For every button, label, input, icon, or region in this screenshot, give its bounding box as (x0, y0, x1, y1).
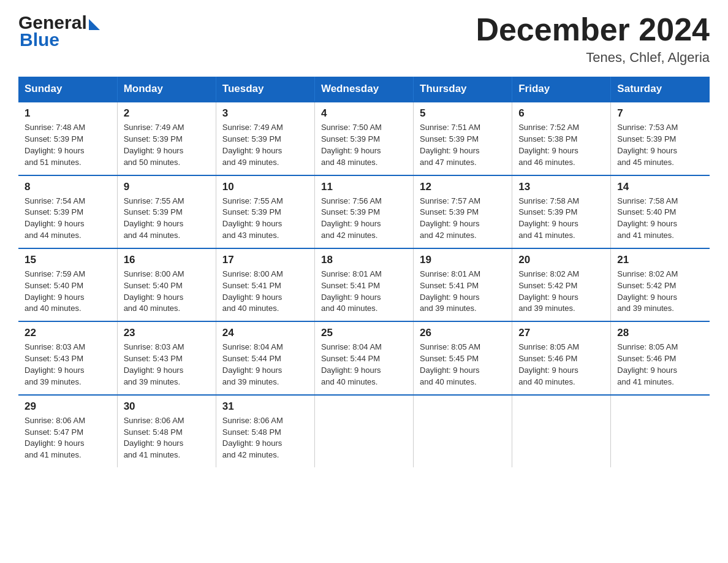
calendar-cell: 29Sunrise: 8:06 AMSunset: 5:47 PMDayligh… (18, 395, 117, 467)
day-number: 2 (124, 107, 210, 120)
day-info: Sunrise: 8:03 AMSunset: 5:43 PMDaylight:… (25, 342, 111, 388)
day-number: 30 (124, 400, 210, 413)
calendar-cell: 10Sunrise: 7:55 AMSunset: 5:39 PMDayligh… (216, 175, 314, 248)
day-info: Sunrise: 8:05 AMSunset: 5:45 PMDaylight:… (420, 342, 506, 388)
calendar-cell: 1Sunrise: 7:48 AMSunset: 5:39 PMDaylight… (18, 102, 117, 175)
day-info: Sunrise: 8:06 AMSunset: 5:48 PMDaylight:… (222, 415, 308, 461)
col-saturday: Saturday (611, 77, 710, 102)
day-info: Sunrise: 7:49 AMSunset: 5:39 PMDaylight:… (124, 122, 210, 168)
col-thursday: Thursday (414, 77, 512, 102)
col-friday: Friday (512, 77, 611, 102)
day-info: Sunrise: 7:55 AMSunset: 5:39 PMDaylight:… (124, 196, 210, 242)
day-info: Sunrise: 8:04 AMSunset: 5:44 PMDaylight:… (222, 342, 308, 388)
day-info: Sunrise: 8:02 AMSunset: 5:42 PMDaylight:… (617, 269, 703, 315)
calendar-header-row: Sunday Monday Tuesday Wednesday Thursday… (18, 77, 710, 102)
day-info: Sunrise: 7:53 AMSunset: 5:39 PMDaylight:… (617, 122, 703, 168)
logo-blue-text: Blue (18, 29, 100, 50)
calendar-cell: 3Sunrise: 7:49 AMSunset: 5:39 PMDaylight… (216, 102, 314, 175)
day-info: Sunrise: 7:51 AMSunset: 5:39 PMDaylight:… (420, 122, 506, 168)
day-number: 21 (617, 254, 703, 266)
day-info: Sunrise: 7:50 AMSunset: 5:39 PMDaylight:… (321, 122, 407, 168)
day-info: Sunrise: 8:00 AMSunset: 5:41 PMDaylight:… (222, 269, 308, 315)
day-number: 14 (617, 181, 703, 193)
day-info: Sunrise: 8:03 AMSunset: 5:43 PMDaylight:… (124, 342, 210, 388)
day-number: 12 (420, 181, 506, 193)
calendar-cell: 2Sunrise: 7:49 AMSunset: 5:39 PMDaylight… (117, 102, 216, 175)
day-info: Sunrise: 8:05 AMSunset: 5:46 PMDaylight:… (617, 342, 703, 388)
day-number: 10 (222, 181, 308, 193)
day-number: 9 (124, 181, 210, 193)
calendar-cell (611, 395, 710, 467)
day-number: 22 (25, 327, 111, 339)
day-number: 31 (222, 400, 308, 413)
day-number: 26 (420, 327, 506, 339)
calendar-cell: 18Sunrise: 8:01 AMSunset: 5:41 PMDayligh… (314, 248, 413, 321)
calendar-cell: 26Sunrise: 8:05 AMSunset: 5:45 PMDayligh… (414, 321, 512, 394)
day-info: Sunrise: 7:59 AMSunset: 5:40 PMDaylight:… (25, 269, 111, 315)
logo-arrow-icon (89, 19, 100, 30)
calendar-cell: 6Sunrise: 7:52 AMSunset: 5:38 PMDaylight… (512, 102, 611, 175)
calendar-cell: 15Sunrise: 7:59 AMSunset: 5:40 PMDayligh… (18, 248, 117, 321)
day-number: 11 (321, 181, 407, 193)
day-info: Sunrise: 7:52 AMSunset: 5:38 PMDaylight:… (518, 122, 604, 168)
day-number: 4 (321, 107, 407, 120)
calendar-cell: 23Sunrise: 8:03 AMSunset: 5:43 PMDayligh… (117, 321, 216, 394)
day-number: 5 (420, 107, 506, 120)
day-number: 13 (518, 181, 604, 193)
day-info: Sunrise: 7:57 AMSunset: 5:39 PMDaylight:… (420, 196, 506, 242)
calendar-cell: 24Sunrise: 8:04 AMSunset: 5:44 PMDayligh… (216, 321, 314, 394)
calendar-week-row: 1Sunrise: 7:48 AMSunset: 5:39 PMDaylight… (18, 102, 710, 175)
day-number: 29 (25, 400, 111, 413)
day-info: Sunrise: 7:58 AMSunset: 5:40 PMDaylight:… (617, 196, 703, 242)
calendar-week-row: 29Sunrise: 8:06 AMSunset: 5:47 PMDayligh… (18, 395, 710, 467)
calendar-cell: 11Sunrise: 7:56 AMSunset: 5:39 PMDayligh… (314, 175, 413, 248)
day-number: 16 (124, 254, 210, 266)
day-info: Sunrise: 8:06 AMSunset: 5:47 PMDaylight:… (25, 415, 111, 461)
day-info: Sunrise: 7:48 AMSunset: 5:39 PMDaylight:… (25, 122, 111, 168)
day-info: Sunrise: 7:54 AMSunset: 5:39 PMDaylight:… (25, 196, 111, 242)
calendar-table: Sunday Monday Tuesday Wednesday Thursday… (18, 77, 710, 467)
calendar-week-row: 8Sunrise: 7:54 AMSunset: 5:39 PMDaylight… (18, 175, 710, 248)
calendar-cell (512, 395, 611, 467)
calendar-cell: 28Sunrise: 8:05 AMSunset: 5:46 PMDayligh… (611, 321, 710, 394)
day-number: 7 (617, 107, 703, 120)
day-info: Sunrise: 8:00 AMSunset: 5:40 PMDaylight:… (124, 269, 210, 315)
calendar-cell: 31Sunrise: 8:06 AMSunset: 5:48 PMDayligh… (216, 395, 314, 467)
calendar-cell: 4Sunrise: 7:50 AMSunset: 5:39 PMDaylight… (314, 102, 413, 175)
calendar-cell: 7Sunrise: 7:53 AMSunset: 5:39 PMDaylight… (611, 102, 710, 175)
day-number: 20 (518, 254, 604, 266)
page-header: General Blue December 2024 Tenes, Chlef,… (18, 12, 710, 66)
col-sunday: Sunday (18, 77, 117, 102)
day-info: Sunrise: 8:02 AMSunset: 5:42 PMDaylight:… (518, 269, 604, 315)
day-info: Sunrise: 7:55 AMSunset: 5:39 PMDaylight:… (222, 196, 308, 242)
calendar-cell: 16Sunrise: 8:00 AMSunset: 5:40 PMDayligh… (117, 248, 216, 321)
day-number: 25 (321, 327, 407, 339)
day-number: 24 (222, 327, 308, 339)
day-info: Sunrise: 8:01 AMSunset: 5:41 PMDaylight:… (420, 269, 506, 315)
calendar-cell: 19Sunrise: 8:01 AMSunset: 5:41 PMDayligh… (414, 248, 512, 321)
title-block: December 2024 Tenes, Chlef, Algeria (476, 12, 710, 66)
col-monday: Monday (117, 77, 216, 102)
calendar-cell: 25Sunrise: 8:04 AMSunset: 5:44 PMDayligh… (314, 321, 413, 394)
calendar-cell: 5Sunrise: 7:51 AMSunset: 5:39 PMDaylight… (414, 102, 512, 175)
calendar-cell: 14Sunrise: 7:58 AMSunset: 5:40 PMDayligh… (611, 175, 710, 248)
day-number: 28 (617, 327, 703, 339)
calendar-cell: 13Sunrise: 7:58 AMSunset: 5:39 PMDayligh… (512, 175, 611, 248)
calendar-cell: 22Sunrise: 8:03 AMSunset: 5:43 PMDayligh… (18, 321, 117, 394)
day-number: 23 (124, 327, 210, 339)
day-number: 27 (518, 327, 604, 339)
day-number: 3 (222, 107, 308, 120)
day-number: 17 (222, 254, 308, 266)
calendar-cell: 12Sunrise: 7:57 AMSunset: 5:39 PMDayligh… (414, 175, 512, 248)
col-tuesday: Tuesday (216, 77, 314, 102)
col-wednesday: Wednesday (314, 77, 413, 102)
logo: General Blue (18, 12, 100, 50)
day-number: 15 (25, 254, 111, 266)
calendar-cell: 20Sunrise: 8:02 AMSunset: 5:42 PMDayligh… (512, 248, 611, 321)
calendar-cell: 30Sunrise: 8:06 AMSunset: 5:48 PMDayligh… (117, 395, 216, 467)
day-number: 19 (420, 254, 506, 266)
day-info: Sunrise: 8:04 AMSunset: 5:44 PMDaylight:… (321, 342, 407, 388)
calendar-week-row: 15Sunrise: 7:59 AMSunset: 5:40 PMDayligh… (18, 248, 710, 321)
location-title: Tenes, Chlef, Algeria (476, 50, 710, 66)
day-number: 6 (518, 107, 604, 120)
